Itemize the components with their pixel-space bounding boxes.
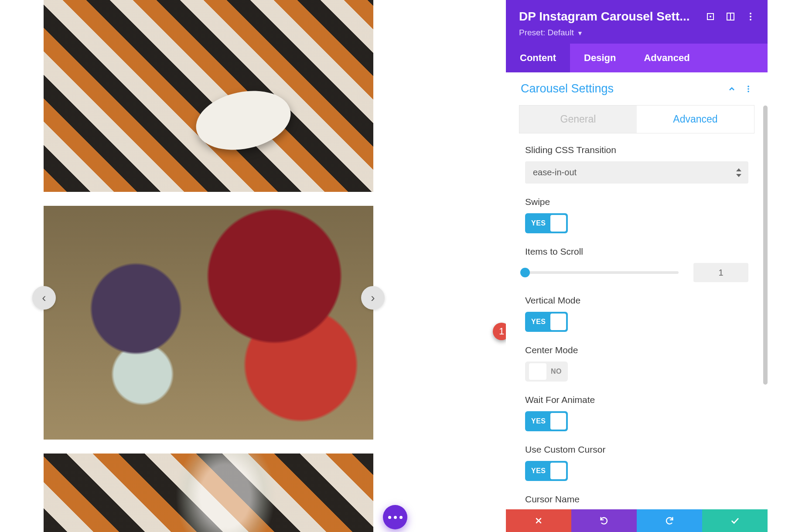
items-to-scroll-value[interactable]: 1 (693, 263, 748, 282)
svg-point-1 (710, 16, 711, 17)
instagram-carousel (44, 0, 373, 532)
field-items-to-scroll: Items to Scroll 1 (506, 246, 768, 282)
scrollbar[interactable] (763, 106, 768, 385)
use-custom-cursor-toggle[interactable]: YES (525, 461, 568, 481)
svg-point-8 (747, 88, 749, 90)
tab-design[interactable]: Design (570, 44, 630, 72)
redo-button[interactable] (637, 509, 702, 532)
field-center-mode: Center Mode NO (506, 345, 768, 382)
slider-thumb[interactable] (520, 268, 530, 277)
field-label: Swipe (525, 197, 748, 207)
chevron-left-icon: ‹ (42, 291, 46, 305)
carousel-next-button[interactable]: › (361, 286, 385, 310)
field-label: Cursor Name (525, 494, 748, 505)
field-sliding-transition: Sliding CSS Transition ease-in-out (506, 145, 768, 184)
chevron-up-icon[interactable] (727, 85, 736, 93)
panel-footer (506, 509, 768, 532)
preset-label: Preset: (519, 28, 545, 37)
carousel-slide[interactable] (44, 0, 373, 192)
dot-icon (388, 516, 391, 519)
close-icon (534, 516, 543, 525)
toggle-knob (550, 215, 566, 232)
preset-value: Default (547, 28, 573, 37)
svg-point-6 (750, 19, 751, 20)
tab-content[interactable]: Content (506, 44, 570, 72)
toggle-state-label: YES (527, 467, 550, 475)
subtab-advanced[interactable]: Advanced (637, 106, 754, 133)
preview-area: ‹ › 1 (0, 0, 506, 532)
toggle-knob (550, 314, 566, 330)
caret-down-icon: ▼ (577, 30, 583, 37)
toggle-state-label: NO (546, 368, 566, 375)
undo-button[interactable] (571, 509, 637, 532)
field-wait-for-animate: Wait For Animate YES (506, 395, 768, 431)
field-label: Use Custom Cursor (525, 444, 748, 455)
field-label: Items to Scroll (525, 246, 748, 257)
subtab-general[interactable]: General (519, 106, 637, 133)
field-use-custom-cursor: Use Custom Cursor YES (506, 444, 768, 481)
toggle-knob (529, 363, 546, 380)
panel-body: Carousel Settings General Advanced Slidi… (506, 72, 768, 532)
center-mode-toggle[interactable]: NO (525, 361, 568, 382)
carousel-prev-button[interactable]: ‹ (32, 286, 56, 310)
field-label: Center Mode (525, 345, 748, 355)
toggle-state-label: YES (527, 318, 550, 326)
chevron-right-icon: › (371, 291, 375, 305)
carousel-slide[interactable] (44, 206, 373, 440)
vertical-mode-toggle[interactable]: YES (525, 312, 568, 332)
columns-icon[interactable] (725, 11, 736, 22)
floating-action-button[interactable] (383, 505, 407, 529)
wait-for-animate-toggle[interactable]: YES (525, 411, 568, 431)
tab-advanced[interactable]: Advanced (630, 44, 703, 72)
redo-icon (665, 516, 674, 525)
dot-icon (394, 516, 397, 519)
dot-icon (399, 516, 403, 519)
more-vertical-icon[interactable] (745, 11, 756, 22)
field-label: Vertical Mode (525, 295, 748, 306)
check-icon (730, 516, 740, 525)
more-vertical-icon[interactable] (744, 85, 753, 93)
section-subtabs: General Advanced (519, 105, 754, 133)
svg-point-5 (750, 16, 751, 17)
toggle-state-label: YES (527, 219, 550, 227)
settings-panel: DP Instagram Carousel Sett... Preset: De… (506, 0, 768, 532)
svg-point-4 (750, 13, 751, 14)
toggle-knob (550, 413, 566, 430)
svg-point-7 (747, 85, 749, 87)
field-cursor-name: Cursor Name (506, 494, 768, 505)
items-to-scroll-slider[interactable] (525, 271, 679, 274)
field-vertical-mode: Vertical Mode YES (506, 295, 768, 332)
toggle-state-label: YES (527, 417, 550, 425)
carousel-slide[interactable] (44, 454, 373, 532)
expand-icon[interactable] (705, 11, 716, 22)
panel-tabs: Content Design Advanced (506, 44, 768, 72)
toggle-knob (550, 463, 566, 479)
undo-icon (599, 516, 609, 525)
section-header: Carousel Settings (506, 72, 768, 102)
section-title: Carousel Settings (521, 82, 720, 95)
field-swipe: Swipe YES (506, 197, 768, 233)
field-label: Wait For Animate (525, 395, 748, 405)
transition-select[interactable]: ease-in-out (525, 161, 748, 184)
svg-point-9 (747, 91, 749, 92)
field-label: Sliding CSS Transition (525, 145, 748, 155)
swipe-toggle[interactable]: YES (525, 213, 568, 233)
cancel-button[interactable] (506, 509, 571, 532)
panel-title: DP Instagram Carousel Sett... (519, 10, 696, 24)
save-button[interactable] (702, 509, 768, 532)
panel-header: DP Instagram Carousel Sett... Preset: De… (506, 0, 768, 44)
preset-selector[interactable]: Preset: Default ▼ (519, 28, 756, 38)
